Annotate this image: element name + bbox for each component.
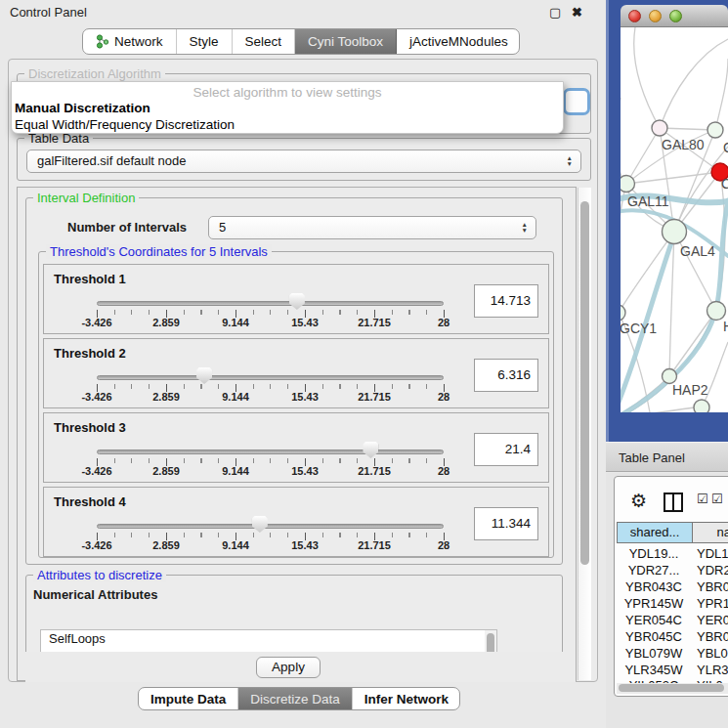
- node-gcy1[interactable]: [621, 305, 625, 321]
- threshold-4-slider-track[interactable]: [97, 524, 444, 529]
- tab-impute-data[interactable]: Impute Data: [139, 688, 238, 709]
- control-panel-titlebar: Control Panel ▢ ✖: [0, 0, 606, 23]
- threshold-1-slider-track[interactable]: [97, 301, 444, 306]
- interval-definition-group: Interval Definition Number of Intervals …: [25, 197, 563, 565]
- table-row[interactable]: YBL079WYBL0: [617, 646, 728, 663]
- table-panel-titlebar: Table Panel: [606, 442, 728, 472]
- threshold-4-slider-thumb[interactable]: [252, 516, 268, 533]
- checkbox-icon[interactable]: ☑: [711, 492, 723, 506]
- tab-label: Network: [114, 34, 163, 49]
- threshold-3-panel: Threshold 3 -3.4262.8599.14415.4321.7152…: [43, 412, 549, 483]
- list-item[interactable]: SelfLoops: [41, 630, 496, 648]
- group-title: Discretization Algorithm: [24, 66, 165, 81]
- checkbox-icon[interactable]: ☑: [697, 492, 708, 506]
- tab-cyni-toolbox[interactable]: Cyni Toolbox: [295, 29, 397, 54]
- node-gal80[interactable]: [652, 120, 667, 136]
- table-row[interactable]: YLR345WYLR3: [617, 663, 728, 679]
- table-row[interactable]: YDR27...YDR2: [617, 563, 728, 579]
- float-window-icon[interactable]: ▢: [549, 6, 561, 19]
- threshold-3-value-field[interactable]: 21.4: [474, 433, 538, 466]
- network-graph: GAL80 GAL11 GAL4 GCY1 HAP2 G C H: [621, 27, 728, 412]
- threshold-2-slider-thumb[interactable]: [196, 367, 212, 384]
- algorithm-select[interactable]: [563, 88, 590, 115]
- apply-button[interactable]: Apply: [256, 657, 321, 678]
- algorithm-dropdown-popup: Select algorithm to view settings Manual…: [11, 81, 564, 134]
- tab-jactivemnodules[interactable]: jActiveMNodules: [397, 29, 520, 54]
- node-bottom[interactable]: [694, 400, 709, 412]
- thresholds-group: Threshold's Coordinates for 5 Intervals …: [38, 251, 554, 558]
- svg-text:GAL11: GAL11: [627, 193, 669, 209]
- number-of-intervals-select[interactable]: 5 ▲▼: [208, 216, 536, 239]
- svg-text:G: G: [723, 140, 728, 155]
- node-h[interactable]: [707, 302, 726, 321]
- threshold-2-value-field[interactable]: 6.316: [474, 359, 538, 392]
- zoom-traffic-light-icon[interactable]: [669, 10, 682, 22]
- threshold-2-panel: Threshold 2 -3.4262.8599.14415.4321.7152…: [43, 338, 549, 408]
- threshold-3-slider-thumb[interactable]: [363, 442, 378, 458]
- table-horizontal-scrollbar[interactable]: [617, 683, 728, 694]
- tab-network[interactable]: Network: [83, 29, 177, 54]
- minimize-traffic-light-icon[interactable]: [649, 10, 662, 22]
- settings-scroll-area: Interval Definition Number of Intervals …: [17, 187, 577, 681]
- threshold-1-panel: Threshold 1 -3.4262.8599.14415.4321.7152…: [43, 264, 549, 334]
- svg-text:H: H: [723, 319, 728, 334]
- network-window-titlebar[interactable]: [621, 5, 728, 27]
- top-tab-bar: Network Style Select Cyni Toolbox jActiv…: [82, 28, 520, 55]
- table-data-group: Table Data galFiltered.sif default node …: [17, 138, 591, 181]
- svg-text:HAP2: HAP2: [672, 382, 708, 398]
- tick-labels: -3.4262.8599.14415.4321.71528: [97, 317, 444, 328]
- tick-labels: -3.4262.8599.14415.4321.71528: [97, 391, 444, 403]
- stepper-arrows-icon: ▲▼: [567, 150, 573, 172]
- dropdown-option-manual-discretization[interactable]: Manual Discretization: [15, 101, 150, 115]
- column-header-shared-name[interactable]: shared...: [617, 522, 693, 543]
- threshold-2-slider-track[interactable]: [97, 375, 444, 380]
- settings-vertical-scrollbar[interactable]: [578, 188, 591, 680]
- cyni-toolbox-panel: Discretization Algorithm Table Data galF…: [8, 59, 598, 682]
- apply-row: Apply: [25, 652, 576, 682]
- svg-text:GCY1: GCY1: [621, 321, 657, 336]
- table-row[interactable]: YPR145WYPR1: [617, 596, 728, 613]
- close-traffic-light-icon[interactable]: [628, 10, 641, 22]
- table-row[interactable]: YBR045CYBR0: [617, 629, 728, 646]
- node-gal4[interactable]: [663, 220, 687, 244]
- table-panel-title: Table Panel: [619, 450, 685, 465]
- panel-title: Control Panel: [10, 5, 87, 20]
- column-layout-icon[interactable]: [664, 492, 683, 512]
- tick-labels: -3.4262.8599.14415.4321.71528: [97, 539, 444, 551]
- table-row[interactable]: YDL19...YDL1: [617, 546, 728, 563]
- tab-style[interactable]: Style: [177, 29, 233, 54]
- gear-icon[interactable]: ⚙: [630, 490, 647, 511]
- tab-discretize-data[interactable]: Discretize Data: [238, 688, 353, 709]
- threshold-4-panel: Threshold 4 -3.4262.8599.14415.4321.7152…: [43, 487, 549, 557]
- svg-text:GAL4: GAL4: [680, 243, 715, 259]
- table-panel: ⚙ ☑ ☑ shared... na YDL19...YDL1 YDR27...…: [614, 476, 728, 697]
- stepper-arrows-icon: ▲▼: [522, 217, 528, 238]
- network-icon: [96, 34, 108, 49]
- svg-text:GAL80: GAL80: [662, 137, 705, 152]
- threshold-1-slider-thumb[interactable]: [289, 293, 305, 310]
- node-gal11[interactable]: [621, 176, 635, 193]
- dropdown-option-equal-width-frequency[interactable]: Equal Width/Frequency Discretization: [15, 117, 235, 132]
- threshold-1-value-field[interactable]: 14.713: [474, 284, 538, 318]
- table-data-select[interactable]: galFiltered.sif default node ▲▼: [26, 150, 581, 173]
- column-header-name[interactable]: na: [692, 522, 728, 543]
- tab-select[interactable]: Select: [233, 29, 296, 54]
- number-of-intervals-label: Number of Intervals: [67, 220, 187, 235]
- table-row[interactable]: YBR043CYBR0: [617, 579, 728, 596]
- svg-text:C: C: [721, 176, 728, 192]
- close-window-icon[interactable]: ✖: [572, 6, 582, 19]
- dropdown-placeholder: Select algorithm to view settings: [12, 85, 563, 100]
- node-g[interactable]: [707, 122, 723, 138]
- threshold-4-value-field[interactable]: 11.344: [474, 507, 538, 540]
- table-row[interactable]: YER054CYER0: [617, 613, 728, 629]
- tab-infer-network[interactable]: Infer Network: [353, 688, 460, 709]
- tick-labels: -3.4262.8599.14415.4321.71528: [97, 465, 444, 477]
- bottom-tab-bar: Impute Data Discretize Data Infer Networ…: [138, 687, 460, 710]
- threshold-3-slider-track[interactable]: [97, 450, 444, 454]
- numerical-attributes-label: Numerical Attributes: [33, 587, 157, 602]
- network-canvas[interactable]: GAL80 GAL11 GAL4 GCY1 HAP2 G C H: [621, 27, 728, 412]
